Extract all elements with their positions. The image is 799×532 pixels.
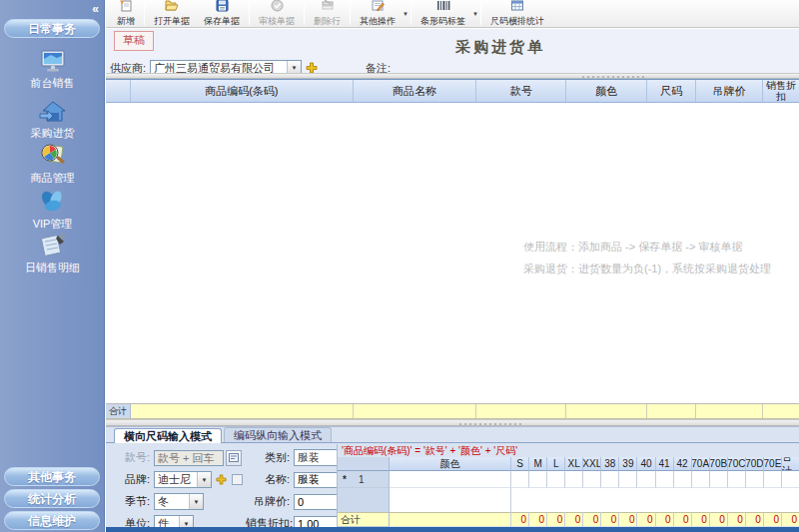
tab-vertical-code-mode[interactable]: 编码纵向输入模式 — [224, 427, 332, 442]
item-entry-form: 款号: 类别: 服装 ▼ 品牌: — [106, 444, 337, 527]
combo-arrow-icon[interactable]: ▼ — [189, 494, 203, 509]
other-operations-button[interactable]: 其他操作 ▼ — [353, 0, 408, 27]
sidebar-item-vip-management[interactable]: VIP管理 — [0, 190, 105, 232]
delete-row-button: 删除行 — [307, 0, 348, 27]
grid-col-size[interactable]: 41 — [656, 457, 674, 471]
barcode-label-button[interactable]: 条形码标签 ▼ — [413, 0, 478, 27]
season-select[interactable]: 冬 ▼ — [154, 493, 204, 510]
grid-col-size[interactable]: 39 — [619, 457, 637, 471]
grid-total-cell: 0 — [728, 512, 746, 527]
grid-cell[interactable] — [746, 471, 764, 488]
grid-col-size[interactable]: M — [529, 457, 547, 471]
grid-col-size[interactable]: XL — [565, 457, 583, 471]
usage-hint-line2: 采购退货：进货数量为负(-1)，系统按采购退货处理 — [523, 262, 771, 276]
grid-col-size[interactable]: L — [547, 457, 565, 471]
grid-cell[interactable] — [692, 471, 710, 488]
bottom-splitter[interactable] — [106, 419, 799, 426]
grid-cell[interactable] — [529, 471, 547, 488]
sidebar-section-other[interactable]: 其他事务 — [4, 467, 100, 486]
grid-cell-color[interactable] — [390, 471, 511, 488]
season-value: 冬 — [155, 494, 172, 509]
grid-col-size[interactable]: 42 — [674, 457, 692, 471]
size-horizontal-stats-button[interactable]: 尺码横排统计 — [483, 0, 551, 27]
sidebar-item-goods-management[interactable]: 商品管理 — [0, 142, 105, 186]
grid-col-total[interactable]: 合计 — [782, 457, 799, 471]
col-style-no[interactable]: 款号 — [476, 80, 566, 102]
size-grid-total-row: 合计 0 0 0 0 0 0 0 0 0 0 0 0 0 — [338, 512, 799, 527]
grid-cell[interactable] — [728, 471, 746, 488]
style-no-input[interactable] — [154, 450, 224, 466]
delete-row-icon — [321, 0, 335, 14]
sidebar-item-frontdesk-sales[interactable]: 前台销售 — [0, 50, 105, 91]
save-document-button[interactable]: 保存单据 — [197, 0, 247, 27]
grid-col-size[interactable]: 70A — [692, 457, 710, 471]
sidebar-item-daily-sales-detail[interactable]: 日销售明细 — [0, 232, 105, 275]
grid-cell[interactable] — [674, 471, 692, 488]
grid-col-size[interactable]: 40 — [637, 457, 655, 471]
col-tag-price[interactable]: 吊牌价 — [696, 80, 763, 102]
toolbar-separator — [304, 2, 305, 25]
bottom-panel-body: 款号: 类别: 服装 ▼ 品牌: — [106, 444, 799, 527]
style-no-label: 款号: — [112, 450, 154, 465]
tab-horizontal-size-mode[interactable]: 横向尺码输入模式 — [114, 428, 222, 443]
grid-col-size[interactable]: S — [511, 457, 529, 471]
grid-cell[interactable] — [583, 471, 601, 488]
season-label: 季节: — [112, 494, 154, 509]
grid-total-cell: 0 — [710, 512, 728, 527]
col-color[interactable]: 颜色 — [566, 80, 647, 102]
grid-col-size[interactable]: 70B — [710, 457, 728, 471]
brand-checkbox[interactable] — [232, 474, 243, 485]
add-brand-icon[interactable] — [216, 474, 228, 486]
brand-label: 品牌: — [112, 472, 154, 487]
chevron-down-icon[interactable]: ▼ — [402, 11, 408, 17]
grid-cell[interactable] — [764, 471, 782, 488]
grid-cell[interactable] — [565, 471, 583, 488]
grid-col-size[interactable]: 70D — [746, 457, 764, 471]
toolbar-button-label: 条形码标签 — [420, 15, 465, 28]
toolbar-separator — [480, 2, 481, 25]
grid-col-size[interactable]: 70E — [764, 457, 782, 471]
toolbar-separator — [144, 2, 145, 25]
grid-total-cell: 0 — [746, 512, 764, 527]
grid-cell[interactable] — [511, 471, 529, 488]
grid-col-size[interactable]: XXL — [583, 457, 601, 471]
style-lookup-button[interactable] — [226, 450, 242, 466]
brand-select[interactable]: 迪士尼 ▼ — [154, 471, 212, 488]
grid-filler — [511, 488, 799, 512]
col-product-code[interactable]: 商品编码(条码) — [131, 80, 354, 102]
sidebar-section-daily[interactable]: 日常事务 — [4, 19, 100, 38]
toolbar-button-label: 尺码横排统计 — [490, 15, 544, 28]
category-label: 类别: — [246, 450, 294, 465]
grid-total-cell: 0 — [511, 512, 529, 527]
new-button[interactable]: 新增 — [110, 0, 142, 27]
sidebar-section-maintenance[interactable]: 信息维护 — [4, 511, 100, 530]
grid-cell[interactable] — [782, 471, 799, 488]
grid-col-color[interactable]: 颜色 — [390, 457, 511, 471]
bottom-panel: 横向尺码输入模式 编码纵向输入模式 款号: 类别: 服装 ▼ — [106, 426, 799, 532]
grid-cell[interactable] — [637, 471, 655, 488]
grid-cell[interactable] — [619, 471, 637, 488]
sidebar-item-purchase[interactable]: 采购进货 — [0, 100, 105, 141]
grid-total-cell: 0 — [782, 512, 799, 527]
col-product-name[interactable]: 商品名称 — [354, 80, 477, 102]
grid-cell[interactable] — [601, 471, 619, 488]
grid-cell[interactable] — [547, 471, 565, 488]
collapse-sidebar-icon[interactable]: « — [92, 2, 99, 16]
col-size[interactable]: 尺码 — [647, 80, 696, 102]
col-sales-discount[interactable]: 销售折扣 — [763, 80, 799, 102]
grid-cell[interactable] — [710, 471, 728, 488]
grid-col-size[interactable]: 70C — [728, 457, 746, 471]
status-badge: 草稿 — [114, 31, 154, 51]
size-grid-empty-area — [338, 488, 799, 512]
grid-cell[interactable] — [656, 471, 674, 488]
open-document-button[interactable]: 打开单据 — [147, 0, 197, 27]
grid-col-size[interactable]: 38 — [601, 457, 619, 471]
chevron-down-icon[interactable]: ▼ — [472, 11, 478, 17]
toolbar-button-label: 其他操作 — [360, 15, 396, 28]
sales-note-icon — [0, 232, 105, 260]
grid-total-cell: 0 — [565, 512, 583, 527]
items-total-row: 合计 — [106, 403, 799, 419]
combo-arrow-icon[interactable]: ▼ — [197, 472, 211, 487]
sidebar-section-statistics[interactable]: 统计分析 — [4, 489, 100, 508]
tag-price-label: 吊牌价: — [246, 494, 294, 509]
